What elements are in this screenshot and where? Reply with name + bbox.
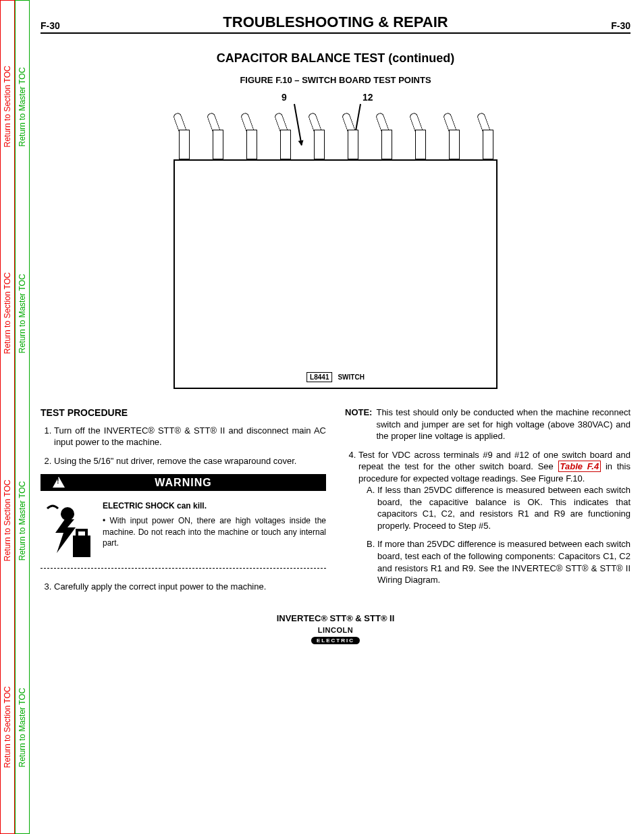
side-tabs: Return to Section TOC Return to Section … bbox=[0, 0, 30, 834]
page-number-right: F-30 bbox=[611, 20, 630, 31]
body-columns: TEST PROCEDURE Turn off the INVERTEC® ST… bbox=[41, 407, 630, 600]
return-master-toc-link[interactable]: Return to Master TOC bbox=[16, 3, 29, 210]
connector-icon bbox=[446, 112, 461, 159]
return-section-toc-link[interactable]: Return to Section TOC bbox=[1, 3, 14, 210]
procedure-list-right: Test for VDC across terminals #9 and #12… bbox=[345, 449, 630, 586]
note-label: NOTE: bbox=[345, 407, 372, 442]
return-master-toc-link[interactable]: Return to Master TOC bbox=[16, 210, 29, 417]
page-content: F-30 TROUBLESHOOTING & REPAIR F-30 CAPAC… bbox=[41, 14, 630, 827]
procedure-heading: TEST PROCEDURE bbox=[41, 407, 326, 419]
callout-terminal-12: 12 bbox=[363, 92, 373, 103]
product-name: INVERTEC® STT® & STT® II bbox=[41, 613, 630, 623]
warning-text: ELECTRIC SHOCK can kill. With input powe… bbox=[103, 500, 326, 548]
warning-lead: ELECTRIC SHOCK can kill. bbox=[103, 500, 326, 511]
procedure-list: Turn off the INVERTEC® STT® & STT® II an… bbox=[41, 425, 326, 467]
step-4b: If more than 25VDC difference is measure… bbox=[377, 538, 630, 585]
logo-bottom-text: ELECTRIC bbox=[311, 637, 360, 644]
callout-terminal-9: 9 bbox=[281, 92, 287, 103]
warning-block: ELECTRIC SHOCK can kill. With input powe… bbox=[41, 500, 326, 569]
step-3: Carefully apply the correct input power … bbox=[54, 581, 326, 593]
return-section-toc-link[interactable]: Return to Section TOC bbox=[1, 210, 14, 417]
switch-board-box: L8441 SWITCH bbox=[173, 159, 498, 389]
return-master-toc-link[interactable]: Return to Master TOC bbox=[16, 417, 29, 624]
sub-steps: If less than 25VDC difference is measure… bbox=[358, 484, 630, 585]
lincoln-electric-logo: LINCOLN ELECTRIC bbox=[305, 626, 366, 644]
connector-icon bbox=[412, 112, 427, 159]
connector-icon bbox=[311, 112, 326, 159]
section-toc-column: Return to Section TOC Return to Section … bbox=[0, 0, 15, 834]
page-number-left: F-30 bbox=[41, 20, 60, 31]
step-4a: If less than 25VDC difference is measure… bbox=[377, 484, 630, 531]
procedure-list-cont: Carefully apply the correct input power … bbox=[41, 581, 326, 593]
board-label: L8441 SWITCH bbox=[306, 372, 365, 382]
table-f4-link[interactable]: Table F.4 bbox=[558, 461, 601, 472]
figure-caption: FIGURE F.10 – SWITCH BOARD TEST POINTS bbox=[41, 75, 630, 85]
connector-icon bbox=[176, 112, 191, 159]
electric-shock-icon bbox=[41, 500, 95, 561]
section-title: TROUBLESHOOTING & REPAIR bbox=[60, 14, 611, 31]
note-text: This test should only be conducted when … bbox=[376, 407, 630, 442]
svg-rect-1 bbox=[73, 536, 90, 557]
step-4: Test for VDC across terminals #9 and #12… bbox=[358, 449, 630, 586]
svg-point-0 bbox=[61, 507, 74, 521]
step-1: Turn off the INVERTEC® STT® & STT® II an… bbox=[54, 425, 326, 448]
return-master-toc-link[interactable]: Return to Master TOC bbox=[16, 624, 29, 831]
page-header: F-30 TROUBLESHOOTING & REPAIR F-30 bbox=[41, 14, 630, 34]
return-section-toc-link[interactable]: Return to Section TOC bbox=[1, 417, 14, 624]
figure-diagram: 9 12 L8441 SWITCH bbox=[146, 92, 525, 389]
page-footer: INVERTEC® STT® & STT® II LINCOLN ELECTRI… bbox=[41, 613, 630, 644]
note-block: NOTE: This test should only be conducted… bbox=[345, 407, 630, 442]
connector-icon bbox=[244, 112, 259, 159]
step-2: Using the 5/16" nut driver, remove the c… bbox=[54, 455, 326, 467]
right-column: NOTE: This test should only be conducted… bbox=[345, 407, 630, 600]
return-section-toc-link[interactable]: Return to Section TOC bbox=[1, 624, 14, 831]
connectors-row bbox=[176, 112, 495, 159]
connector-icon bbox=[480, 112, 495, 159]
warning-banner: WARNING bbox=[41, 474, 326, 492]
connector-icon bbox=[277, 112, 292, 159]
warning-bullet: With input power ON, there are high volt… bbox=[103, 515, 326, 548]
left-column: TEST PROCEDURE Turn off the INVERTEC® ST… bbox=[41, 407, 326, 600]
connector-icon bbox=[345, 112, 360, 159]
test-title: CAPACITOR BALANCE TEST (continued) bbox=[41, 51, 630, 66]
logo-top-text: LINCOLN bbox=[305, 626, 366, 634]
board-part-number: L8441 bbox=[306, 372, 332, 382]
board-name: SWITCH bbox=[338, 373, 364, 381]
master-toc-column: Return to Master TOC Return to Master TO… bbox=[15, 0, 30, 834]
connector-icon bbox=[379, 112, 394, 159]
connector-icon bbox=[210, 112, 225, 159]
